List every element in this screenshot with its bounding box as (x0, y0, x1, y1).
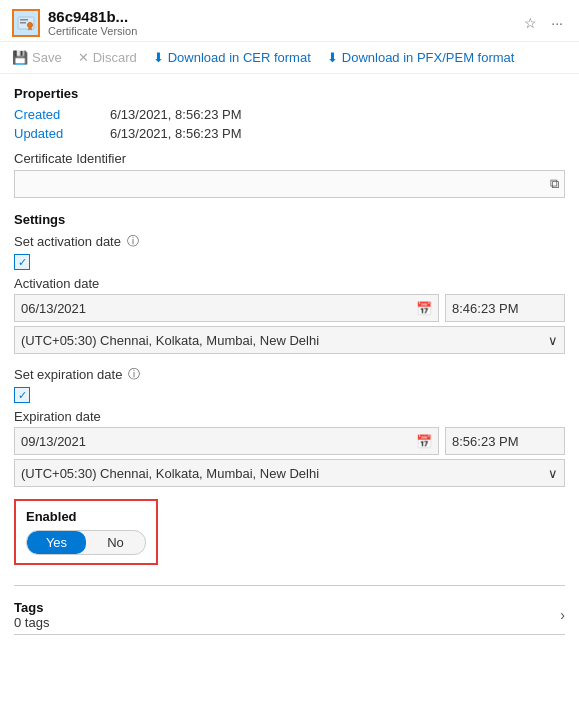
svg-point-3 (28, 22, 33, 27)
expiration-date-row: 📅 8:56:23 PM (14, 427, 565, 455)
more-icon[interactable]: ··· (547, 13, 567, 33)
divider (14, 585, 565, 586)
expiration-date-input[interactable]: 📅 (14, 427, 439, 455)
svg-rect-1 (20, 19, 28, 21)
cert-id-input[interactable] (14, 170, 565, 198)
tags-chevron-icon[interactable]: › (560, 607, 565, 623)
enabled-label: Enabled (26, 509, 146, 524)
expiration-info-icon[interactable]: ⓘ (128, 366, 140, 383)
expiration-date-label: Expiration date (14, 409, 565, 424)
created-value: 6/13/2021, 8:56:23 PM (110, 107, 242, 122)
discard-icon: ✕ (78, 50, 89, 65)
save-icon: 💾 (12, 50, 28, 65)
activation-time-input[interactable]: 8:46:23 PM (445, 294, 565, 322)
activation-checkbox[interactable]: ✓ (14, 254, 30, 270)
set-activation-label: Set activation date (14, 234, 121, 249)
expiration-tz-chevron: ∨ (548, 466, 558, 481)
enabled-no-button[interactable]: No (86, 531, 145, 554)
created-row: Created 6/13/2021, 8:56:23 PM (14, 107, 565, 122)
enabled-yes-button[interactable]: Yes (27, 531, 86, 554)
download-pfx-icon: ⬇ (327, 50, 338, 65)
updated-value: 6/13/2021, 8:56:23 PM (110, 126, 242, 141)
certificate-icon (12, 9, 40, 37)
tags-count: 0 tags (14, 615, 49, 630)
enabled-toggle-group: Yes No (26, 530, 146, 555)
set-expiration-row: Set expiration date ⓘ (14, 366, 565, 383)
set-activation-row: Set activation date ⓘ (14, 233, 565, 250)
main-content: Properties Created 6/13/2021, 8:56:23 PM… (0, 74, 579, 647)
activation-tz-chevron: ∨ (548, 333, 558, 348)
download-cer-button[interactable]: ⬇ Download in CER format (153, 48, 311, 67)
header-title-area: 86c9481b... Certificate Version (48, 8, 512, 37)
created-label: Created (14, 107, 94, 122)
updated-row: Updated 6/13/2021, 8:56:23 PM (14, 126, 565, 141)
cert-id-input-wrap: ⧉ (14, 170, 565, 198)
activation-date-label: Activation date (14, 276, 565, 291)
cert-id-label: Certificate Identifier (14, 151, 565, 166)
pin-icon[interactable]: ☆ (520, 13, 541, 33)
expiration-calendar-icon[interactable]: 📅 (416, 434, 432, 449)
tags-row[interactable]: Tags 0 tags › (14, 592, 565, 634)
expiration-tz-select[interactable]: (UTC+05:30) Chennai, Kolkata, Mumbai, Ne… (14, 459, 565, 487)
activation-time-value: 8:46:23 PM (452, 301, 519, 316)
tags-left: Tags 0 tags (14, 600, 49, 630)
toolbar: 💾 Save ✕ Discard ⬇ Download in CER forma… (0, 42, 579, 74)
expiration-checkbox[interactable]: ✓ (14, 387, 30, 403)
discard-button[interactable]: ✕ Discard (78, 48, 137, 67)
download-cer-label: Download in CER format (168, 50, 311, 65)
save-button[interactable]: 💾 Save (12, 48, 62, 67)
tags-title: Tags (14, 600, 49, 615)
expiration-time-input[interactable]: 8:56:23 PM (445, 427, 565, 455)
page-title: 86c9481b... (48, 8, 512, 25)
tags-divider (14, 634, 565, 635)
save-label: Save (32, 50, 62, 65)
download-pfx-button[interactable]: ⬇ Download in PFX/PEM format (327, 48, 515, 67)
updated-label: Updated (14, 126, 94, 141)
header-actions: ☆ ··· (520, 13, 567, 33)
enabled-section: Enabled Yes No (14, 499, 158, 565)
set-expiration-label: Set expiration date (14, 367, 122, 382)
expiration-time-value: 8:56:23 PM (452, 434, 519, 449)
page-header: 86c9481b... Certificate Version ☆ ··· (0, 0, 579, 42)
activation-tz-value: (UTC+05:30) Chennai, Kolkata, Mumbai, Ne… (21, 333, 319, 348)
settings-section-title: Settings (14, 212, 565, 227)
settings-section: Settings Set activation date ⓘ ✓ Activat… (14, 212, 565, 487)
activation-date-input[interactable]: 📅 (14, 294, 439, 322)
activation-date-row: 📅 8:46:23 PM (14, 294, 565, 322)
svg-rect-2 (20, 22, 26, 24)
discard-label: Discard (93, 50, 137, 65)
expiration-date-field[interactable] (21, 434, 410, 449)
page-subtitle: Certificate Version (48, 25, 512, 37)
activation-calendar-icon[interactable]: 📅 (416, 301, 432, 316)
download-pfx-label: Download in PFX/PEM format (342, 50, 515, 65)
activation-tz-select[interactable]: (UTC+05:30) Chennai, Kolkata, Mumbai, Ne… (14, 326, 565, 354)
activation-date-field[interactable] (21, 301, 410, 316)
expiration-tz-value: (UTC+05:30) Chennai, Kolkata, Mumbai, Ne… (21, 466, 319, 481)
activation-info-icon[interactable]: ⓘ (127, 233, 139, 250)
properties-section-title: Properties (14, 86, 565, 101)
copy-icon[interactable]: ⧉ (550, 176, 559, 192)
download-cer-icon: ⬇ (153, 50, 164, 65)
